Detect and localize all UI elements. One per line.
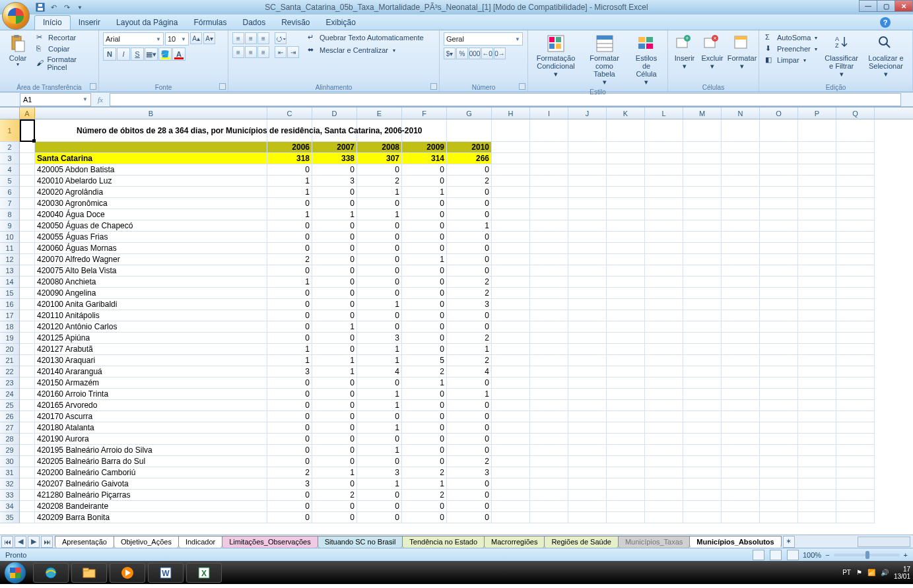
cell[interactable] (836, 456, 875, 467)
cell[interactable]: 2 (447, 355, 492, 366)
col-header-L[interactable]: L (645, 108, 683, 119)
cell[interactable] (530, 265, 568, 277)
row-header-33[interactable]: 33 (0, 490, 20, 501)
cell[interactable] (607, 411, 645, 422)
cell[interactable]: 1 (267, 277, 312, 288)
cell[interactable] (607, 164, 645, 176)
cell[interactable] (760, 265, 798, 277)
indent-inc-button[interactable]: ⇥ (287, 46, 299, 58)
cell[interactable]: 0 (267, 490, 312, 501)
cell[interactable]: 4 (357, 366, 402, 377)
cell[interactable]: 0 (402, 243, 447, 254)
cell[interactable] (645, 232, 683, 243)
row-header-6[interactable]: 6 (0, 187, 20, 198)
qat-dropdown-icon[interactable]: ▼ (74, 1, 86, 13)
cell[interactable] (492, 321, 530, 333)
cell[interactable] (722, 198, 760, 209)
row-header-32[interactable]: 32 (0, 478, 20, 490)
cell[interactable] (760, 411, 798, 422)
cell[interactable] (722, 142, 760, 153)
cell[interactable] (683, 355, 722, 366)
underline-button[interactable]: S (131, 48, 144, 61)
qat-redo-icon[interactable]: ↷ (61, 1, 73, 13)
cell[interactable] (607, 187, 645, 198)
cell[interactable] (492, 299, 530, 310)
cell[interactable]: 0 (312, 187, 357, 198)
sheet-tab[interactable]: Municípios_Absolutos (689, 536, 781, 548)
cell[interactable] (607, 119, 645, 142)
cell[interactable]: 420110 Anitápolis (35, 310, 267, 321)
select-all-corner[interactable] (0, 108, 20, 119)
cell[interactable] (760, 164, 798, 176)
cell[interactable] (798, 422, 836, 434)
cell[interactable]: 1 (447, 220, 492, 232)
cell[interactable] (722, 277, 760, 288)
cell[interactable] (607, 490, 645, 501)
cell[interactable]: 2 (402, 490, 447, 501)
cell[interactable] (607, 254, 645, 265)
cell[interactable] (798, 434, 836, 445)
cell[interactable] (798, 187, 836, 198)
cell[interactable] (568, 119, 607, 142)
cell[interactable]: 0 (267, 321, 312, 333)
cell[interactable] (683, 501, 722, 512)
cell[interactable] (568, 198, 607, 209)
cell[interactable] (645, 411, 683, 422)
cell[interactable]: 0 (447, 377, 492, 389)
cell[interactable] (798, 198, 836, 209)
cell[interactable]: 420125 Apiúna (35, 333, 267, 344)
cell[interactable] (607, 478, 645, 490)
cell[interactable] (836, 344, 875, 355)
cell[interactable] (492, 333, 530, 344)
cell[interactable]: 3 (447, 299, 492, 310)
cell[interactable] (645, 422, 683, 434)
cell[interactable] (645, 310, 683, 321)
cell[interactable]: 0 (312, 456, 357, 467)
row-header-8[interactable]: 8 (0, 209, 20, 220)
cell[interactable]: 0 (402, 456, 447, 467)
cell[interactable] (722, 265, 760, 277)
comma-button[interactable]: 000 (469, 48, 481, 59)
cell[interactable]: 0 (402, 277, 447, 288)
cell[interactable]: 314 (402, 153, 447, 164)
cell[interactable] (760, 220, 798, 232)
cell[interactable] (607, 198, 645, 209)
view-normal-button[interactable] (753, 550, 764, 560)
cell[interactable] (836, 176, 875, 187)
cell[interactable] (760, 377, 798, 389)
cell[interactable]: 0 (357, 164, 402, 176)
cell[interactable]: 420060 Águas Mornas (35, 243, 267, 254)
cell[interactable] (760, 400, 798, 411)
cell[interactable] (836, 187, 875, 198)
row-header-19[interactable]: 19 (0, 333, 20, 344)
cell[interactable] (760, 232, 798, 243)
cell[interactable] (798, 288, 836, 299)
cell[interactable] (530, 209, 568, 220)
tab-exibicao[interactable]: Exibição (318, 16, 364, 30)
cell[interactable] (607, 153, 645, 164)
cell[interactable] (20, 198, 35, 209)
cell[interactable] (492, 220, 530, 232)
cell[interactable] (607, 232, 645, 243)
cell[interactable] (760, 310, 798, 321)
cell[interactable]: 1 (357, 355, 402, 366)
cell[interactable] (568, 299, 607, 310)
cell[interactable] (530, 288, 568, 299)
cell[interactable] (645, 445, 683, 456)
row-header-30[interactable]: 30 (0, 456, 20, 467)
col-header-H[interactable]: H (492, 108, 530, 119)
cell[interactable] (492, 153, 530, 164)
cell[interactable]: 0 (402, 265, 447, 277)
cell[interactable] (798, 243, 836, 254)
cell[interactable]: 420205 Balneário Barra do Sul (35, 456, 267, 467)
cell[interactable] (530, 321, 568, 333)
cell[interactable]: 1 (357, 187, 402, 198)
cell[interactable] (568, 176, 607, 187)
cell[interactable] (492, 254, 530, 265)
cell[interactable] (20, 299, 35, 310)
cell[interactable]: 0 (402, 321, 447, 333)
cell[interactable] (568, 220, 607, 232)
cell[interactable] (683, 456, 722, 467)
cell[interactable]: 0 (402, 220, 447, 232)
cell[interactable]: 0 (447, 198, 492, 209)
